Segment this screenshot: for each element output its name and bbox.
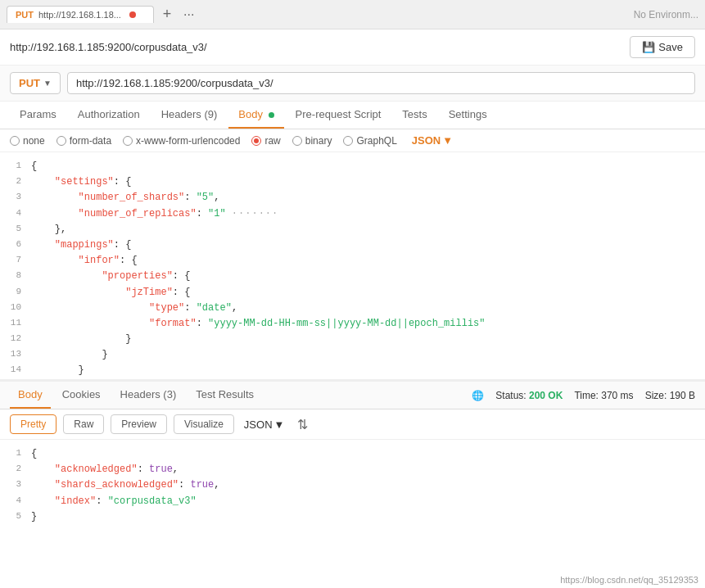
no-environment-label: No Environm... <box>634 9 698 20</box>
format-url-encoded[interactable]: x-www-form-urlencoded <box>123 135 240 147</box>
resp-code-line-5: 5 } <box>0 509 705 525</box>
code-line-3: 3 "number_of_shards": "5", <box>0 190 705 206</box>
code-line-12: 12 } <box>0 332 705 347</box>
resp-action-icon[interactable]: ⇅ <box>297 417 308 432</box>
url-bar-row: http://192.168.1.185:9200/corpusdata_v3/… <box>0 29 705 66</box>
radio-none <box>10 136 20 146</box>
code-line-7: 7 "infor": { <box>0 253 705 269</box>
body-label: Body <box>238 108 263 120</box>
response-code-editor: 1 { 2 "acknowledged": true, 3 "shards_ac… <box>0 440 705 531</box>
resp-code-line-2: 2 "acknowledged": true, <box>0 462 705 477</box>
method-value: PUT <box>19 77 40 89</box>
response-format-row: Pretty Raw Preview Visualize JSON ▼ ⇅ <box>0 409 705 440</box>
radio-raw <box>251 136 261 146</box>
tab-headers[interactable]: Headers (9) <box>151 102 228 129</box>
radio-binary <box>292 136 302 146</box>
resp-json-select[interactable]: JSON ▼ <box>244 418 285 431</box>
code-line-9: 9 "jzTime": { <box>0 285 705 301</box>
format-graphql[interactable]: GraphQL <box>343 135 396 147</box>
time-label: Time: 370 ms <box>574 390 633 401</box>
resp-pretty-button[interactable]: Pretty <box>10 414 56 434</box>
format-none[interactable]: none <box>10 135 45 147</box>
code-line-14: 14 } <box>0 363 705 378</box>
code-line-11: 11 "format": "yyyy-MM-dd-HH-mm-ss||yyyy-… <box>0 316 705 332</box>
resp-code-line-1: 1 { <box>0 446 705 462</box>
method-select[interactable]: PUT ▼ <box>10 72 61 94</box>
format-raw[interactable]: raw <box>251 135 280 147</box>
resp-json-label: JSON <box>244 418 273 431</box>
resp-tab-cookies[interactable]: Cookies <box>54 382 109 409</box>
body-format-row: none form-data x-www-form-urlencoded raw… <box>0 129 705 152</box>
tab-params[interactable]: Params <box>10 102 66 129</box>
response-status-area: 🌐 Status: 200 OK Time: 370 ms Size: 190 … <box>472 390 695 401</box>
resp-json-chevron-icon: ▼ <box>274 418 285 431</box>
resp-code-line-4: 4 "index": "corpusdata_v3" <box>0 494 705 509</box>
radio-graphql <box>343 136 353 146</box>
tab-active-dot <box>129 11 136 18</box>
tab-tests[interactable]: Tests <box>392 102 436 129</box>
resp-preview-button[interactable]: Preview <box>111 414 167 434</box>
resp-body-label: Body <box>18 388 43 400</box>
format-form-data[interactable]: form-data <box>56 135 111 147</box>
tab-method-badge: PUT <box>16 10 34 20</box>
resp-raw-button[interactable]: Raw <box>63 414 104 434</box>
tab-bar: PUT http://192.168.1.18... + ··· No Envi… <box>0 0 705 29</box>
code-line-10: 10 "type": "date", <box>0 301 705 316</box>
request-row: PUT ▼ <box>0 66 705 102</box>
tab-pre-request[interactable]: Pre-request Script <box>286 102 391 129</box>
json-chevron-icon: ▼ <box>442 134 453 147</box>
json-type-select[interactable]: JSON ▼ <box>412 134 453 147</box>
tab-authorization[interactable]: Authorization <box>68 102 150 129</box>
resp-tab-test-results[interactable]: Test Results <box>188 382 262 409</box>
code-line-5: 5 }, <box>0 222 705 237</box>
response-tabs: Body Cookies Headers (3) Test Results 🌐 … <box>0 382 705 409</box>
code-line-8: 8 "properties": { <box>0 269 705 284</box>
code-line-2: 2 "settings": { <box>0 174 705 190</box>
json-label: JSON <box>412 134 441 147</box>
resp-cookies-label: Cookies <box>62 388 101 400</box>
format-binary[interactable]: binary <box>292 135 332 147</box>
request-tabs: Params Authorization Headers (9) Body Pr… <box>0 102 705 129</box>
save-icon: 💾 <box>642 41 655 53</box>
authorization-label: Authorization <box>78 108 140 120</box>
code-line-1: 1 { <box>0 159 705 174</box>
tab-settings[interactable]: Settings <box>439 102 497 129</box>
more-tabs-icon[interactable]: ··· <box>180 4 197 25</box>
radio-url-encoded <box>123 136 133 146</box>
globe-icon: 🌐 <box>472 390 484 401</box>
pre-request-label: Pre-request Script <box>296 108 382 120</box>
status-label: Status: 200 OK <box>495 390 563 401</box>
status-ok: 200 OK <box>529 390 563 401</box>
resp-tab-headers[interactable]: Headers (3) <box>112 382 185 409</box>
settings-label: Settings <box>449 108 487 120</box>
save-button[interactable]: 💾 Save <box>630 36 695 58</box>
resp-headers-label: Headers (3) <box>120 388 177 400</box>
resp-tab-body[interactable]: Body <box>10 382 51 409</box>
params-label: Params <box>20 108 56 120</box>
resp-visualize-button[interactable]: Visualize <box>174 414 234 434</box>
resp-test-results-label: Test Results <box>196 388 254 400</box>
code-line-4: 4 "number_of_replicas": "1" ······· <box>0 206 705 222</box>
code-line-13: 13 } <box>0 347 705 363</box>
save-label: Save <box>658 41 683 53</box>
body-active-dot <box>269 112 274 118</box>
code-line-6: 6 "mappings": { <box>0 237 705 253</box>
tab-url-short: http://192.168.1.18... <box>38 10 121 20</box>
resp-code-line-3: 3 "shards_acknowledged": true, <box>0 477 705 493</box>
radio-form-data <box>56 136 66 146</box>
method-chevron-icon: ▼ <box>43 79 52 88</box>
tab-body[interactable]: Body <box>228 102 283 129</box>
headers-label: Headers (9) <box>161 108 218 120</box>
tests-label: Tests <box>402 108 427 120</box>
url-input[interactable] <box>67 72 695 94</box>
request-code-editor[interactable]: 1 { 2 "settings": { 3 "number_of_shards"… <box>0 152 705 382</box>
new-tab-button[interactable]: + <box>157 5 177 25</box>
browser-tab[interactable]: PUT http://192.168.1.18... <box>7 6 154 23</box>
size-label: Size: 190 B <box>645 390 695 401</box>
url-display: http://192.168.1.185:9200/corpusdata_v3/ <box>10 41 630 53</box>
